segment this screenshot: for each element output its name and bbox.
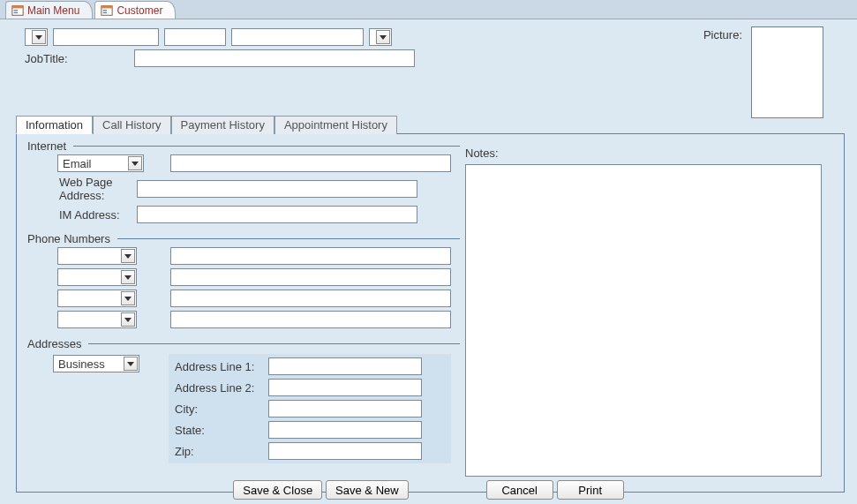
jobtitle-field[interactable] (134, 49, 415, 67)
chevron-down-icon[interactable] (121, 312, 135, 327)
subtab-payment-history[interactable]: Payment History (171, 116, 274, 134)
subtab-call-history[interactable]: Call History (93, 116, 170, 134)
customer-form: JobTitle: Picture: Information Call Hist… (0, 19, 857, 503)
email-field[interactable] (170, 154, 451, 172)
city-field[interactable] (268, 400, 422, 417)
city-label: City: (175, 402, 268, 416)
svg-rect-5 (101, 5, 112, 8)
form-icon (101, 4, 113, 17)
chevron-down-icon[interactable] (128, 156, 142, 170)
tab-customer[interactable]: Customer (94, 1, 176, 19)
internet-group: Internet Email Web Page Address: IM Addr… (27, 139, 460, 223)
im-label: IM Address: (27, 208, 142, 222)
save-close-button[interactable]: Save & Close (233, 480, 322, 500)
subtab-control: Information Call History Payment History… (16, 115, 845, 494)
zip-field[interactable] (268, 442, 422, 460)
jobtitle-row: JobTitle: (25, 49, 832, 67)
subtab-information[interactable]: Information (16, 116, 93, 134)
email-type-value: Email (60, 157, 126, 170)
jobtitle-label: JobTitle: (25, 52, 129, 65)
middle-name-field[interactable] (164, 28, 226, 46)
window-tab-row: Main Menu Customer (0, 0, 857, 19)
tab-main-menu-label: Main Menu (27, 4, 79, 17)
email-type-combo[interactable]: Email (57, 154, 144, 172)
line2-label: Address Line 2: (175, 381, 268, 395)
phone-type-combo-0[interactable] (57, 247, 137, 265)
line1-field[interactable] (268, 357, 422, 375)
notes-label: Notes: (465, 147, 499, 160)
webpage-field[interactable] (137, 180, 417, 198)
internet-group-title: Internet (27, 139, 460, 153)
svg-rect-1 (12, 5, 23, 8)
address-type-value: Business (56, 357, 122, 371)
svg-rect-6 (103, 10, 107, 11)
addresses-group: Addresses Business Address Line 1: Addre… (27, 337, 460, 463)
save-new-button[interactable]: Save & New (326, 480, 409, 500)
chevron-down-icon[interactable] (121, 270, 135, 284)
title-combo[interactable] (25, 28, 48, 46)
suffix-combo[interactable] (369, 28, 392, 46)
svg-rect-3 (14, 11, 18, 12)
chevron-down-icon[interactable] (376, 30, 390, 44)
phone-field-1[interactable] (170, 268, 451, 286)
picture-box[interactable] (751, 26, 823, 118)
svg-rect-7 (103, 11, 107, 12)
last-name-field[interactable] (231, 28, 364, 46)
information-pane: Internet Email Web Page Address: IM Addr… (16, 134, 845, 493)
tab-customer-label: Customer (117, 4, 162, 17)
chevron-down-icon[interactable] (121, 249, 135, 263)
webpage-label: Web Page Address: (27, 176, 142, 202)
picture-label: Picture: (703, 28, 742, 41)
state-field[interactable] (268, 421, 422, 439)
svg-rect-2 (14, 10, 18, 11)
phone-field-0[interactable] (170, 247, 451, 265)
form-icon (11, 4, 24, 17)
button-row: Save & Close Save & New Cancel Print (0, 480, 857, 500)
state-label: State: (175, 424, 268, 437)
print-button[interactable]: Print (557, 480, 624, 500)
tab-main-menu[interactable]: Main Menu (5, 1, 93, 19)
notes-field[interactable] (465, 164, 822, 477)
chevron-down-icon[interactable] (121, 291, 135, 305)
phone-field-3[interactable] (170, 311, 451, 328)
line2-field[interactable] (268, 379, 422, 396)
chevron-down-icon[interactable] (32, 30, 46, 44)
subtab-row: Information Call History Payment History… (16, 115, 845, 134)
addresses-group-title: Addresses (27, 337, 460, 350)
phone-field-2[interactable] (170, 290, 451, 307)
first-name-field[interactable] (53, 28, 159, 46)
address-panel: Business Address Line 1: Address Line 2:… (169, 354, 451, 463)
zip-label: Zip: (175, 445, 268, 458)
chevron-down-icon[interactable] (124, 357, 138, 371)
phone-type-combo-3[interactable] (57, 311, 137, 328)
address-type-combo[interactable]: Business (53, 355, 139, 372)
phone-type-combo-1[interactable] (57, 268, 137, 286)
line1-label: Address Line 1: (175, 360, 268, 373)
phone-group: Phone Numbers (27, 232, 460, 328)
phone-group-title: Phone Numbers (27, 232, 460, 245)
phone-type-combo-2[interactable] (57, 290, 137, 307)
im-field[interactable] (137, 206, 417, 223)
cancel-button[interactable]: Cancel (486, 480, 553, 500)
subtab-appointment-history[interactable]: Appointment History (274, 116, 397, 134)
